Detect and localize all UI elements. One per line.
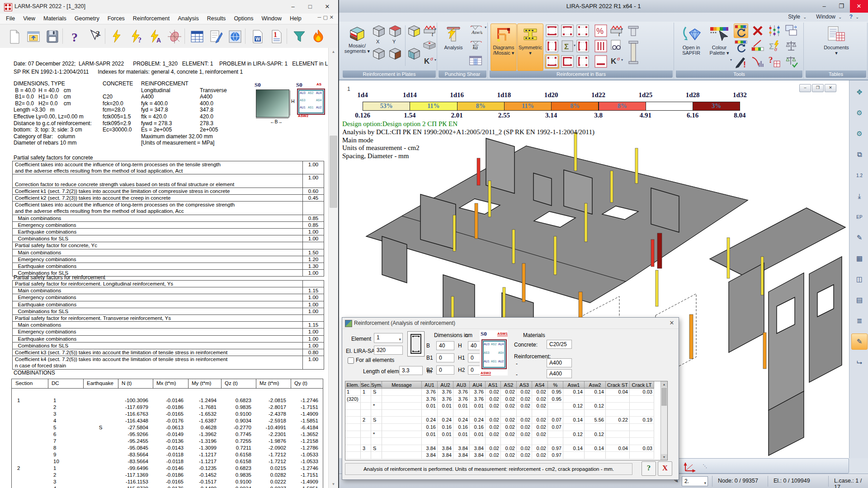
dialog-close-icon[interactable]: ✕ <box>667 319 677 328</box>
statusbar-combo[interactable]: 2.▾ <box>682 476 708 486</box>
edit-pencil-active-icon[interactable]: ✎ <box>851 333 868 350</box>
results-header-au1[interactable]: AU1 <box>422 381 438 389</box>
direction-x-top-icon[interactable] <box>372 23 386 38</box>
direction-y-top-icon[interactable] <box>388 23 402 38</box>
curves-icon[interactable] <box>750 54 765 69</box>
analysis-bolt-icon[interactable] <box>108 28 127 46</box>
diagrams-mosaic-button[interactable]: Diagrams/Mosaic ▾ <box>491 23 517 71</box>
minimize-button[interactable]: – <box>284 0 302 13</box>
results-header-crackst[interactable]: Crack ST <box>606 381 630 389</box>
reinf-field-2[interactable]: A400 <box>547 369 572 378</box>
window-dropdown-icon[interactable]: ⌄ <box>838 15 842 19</box>
legend-segment[interactable]: 11% <box>410 102 457 111</box>
legend-segment[interactable]: 53% <box>363 102 410 111</box>
check-results-icon[interactable] <box>784 54 798 69</box>
column-head-icon[interactable] <box>626 23 641 37</box>
toolbar-overflow-icon[interactable]: ⋱ <box>701 460 708 472</box>
view-restore-icon[interactable]: ❐ <box>812 84 824 92</box>
style-dropdown-icon[interactable]: ⌄ <box>803 15 807 19</box>
bars-spacing-icon[interactable] <box>594 39 608 53</box>
results-header-as1[interactable]: AS1 <box>486 381 501 389</box>
results-scrollbar[interactable]: ▲▼ <box>660 381 667 460</box>
filter-funnel-icon[interactable] <box>290 28 308 46</box>
annotate-icon[interactable]: ! <box>734 54 748 69</box>
results-header-au3[interactable]: AU3 <box>453 381 470 389</box>
punching-table-icon[interactable] <box>468 53 483 68</box>
open-folder-icon[interactable] <box>24 28 42 46</box>
scroll-down-icon[interactable]: ▼ <box>661 454 667 460</box>
document-scrollbar[interactable] <box>328 48 338 488</box>
symmetric-button[interactable]: Symmetric▾ <box>517 23 543 71</box>
dialog-exit-button[interactable]: X <box>658 461 672 476</box>
pencil-diagonal-icon[interactable]: ✎ <box>851 230 868 246</box>
slab-brick-icon[interactable] <box>422 38 437 52</box>
bar-section-tbl-icon[interactable] <box>560 54 575 69</box>
concrete-field[interactable]: C20/25 <box>547 340 572 349</box>
gear-settings-icon[interactable]: ⚙ <box>851 105 868 121</box>
mosaic-segments-button[interactable]: Mosaic/segments ▾ <box>344 23 371 71</box>
legend-segment[interactable]: 8% <box>551 102 599 111</box>
notes-pencil-icon[interactable] <box>207 28 225 46</box>
pan-tool-icon[interactable]: ✥ <box>851 84 868 100</box>
delete-results-icon[interactable] <box>750 23 765 38</box>
report-document[interactable]: Date: 07 December 2022; LARM-SAPR 2022 P… <box>0 48 328 488</box>
percent-reinforcement-icon[interactable]: % <box>594 23 608 38</box>
dialog-titlebar[interactable]: Reinforcement (Analysis of reinforcement… <box>342 318 679 329</box>
switch-windows-icon[interactable] <box>784 23 798 38</box>
length-field[interactable]: 3.3 <box>399 366 423 375</box>
export-word-icon[interactable]: W <box>249 28 267 46</box>
view-results-icon[interactable] <box>609 38 623 52</box>
restore-button[interactable]: ❐ <box>833 0 850 13</box>
dialog-help-button[interactable]: ? <box>642 461 656 476</box>
scrollbar-thumb[interactable] <box>661 388 667 406</box>
results-header-message[interactable]: Message <box>382 381 422 389</box>
menu-geometry[interactable]: Geometry <box>71 14 104 24</box>
refresh-palette-2-icon[interactable] <box>734 39 748 53</box>
menu-help[interactable]: Help <box>286 14 306 24</box>
web-report-globe-icon[interactable] <box>226 28 244 46</box>
axes-icon[interactable]: ⮡ <box>851 354 868 371</box>
direction-y-bottom-icon[interactable] <box>388 46 402 61</box>
scroll-up-icon[interactable]: ▲ <box>661 381 667 387</box>
maximize-button[interactable]: □ <box>301 0 319 13</box>
column-pillar-icon[interactable] <box>626 38 641 67</box>
minimize-button[interactable]: – <box>816 0 833 13</box>
dim-field-B1[interactable]: 0 <box>436 353 454 362</box>
legend-segment[interactable]: 8% <box>599 102 646 111</box>
ep-tool-icon[interactable]: EP <box>851 209 868 225</box>
menu-materials[interactable]: Materials <box>39 14 71 24</box>
results-header-asw1[interactable]: Asw1 <box>563 381 585 389</box>
dim-field-B[interactable]: 40 <box>436 341 454 350</box>
style-menu[interactable]: Style <box>788 14 800 20</box>
report-one-icon[interactable]: 1 <box>268 28 286 46</box>
close-button[interactable]: ✕ <box>318 0 336 13</box>
results-header-au2[interactable]: AU2 <box>438 381 453 389</box>
direction-x-bottom-icon[interactable] <box>372 46 386 61</box>
ka-coefficient-icon[interactable]: ka <box>468 38 483 52</box>
documents-button[interactable]: Documents▾ <box>822 23 851 71</box>
books-icon[interactable]: ≣ <box>851 313 868 329</box>
chart-icon[interactable]: ◫ <box>851 271 868 287</box>
results-header-elem[interactable]: Elem. <box>345 381 361 389</box>
for-all-elements-checkbox[interactable] <box>348 357 354 364</box>
legend-segment[interactable] <box>646 102 693 111</box>
menu-window[interactable]: Window <box>257 14 285 24</box>
save-floppy-icon[interactable] <box>43 28 61 46</box>
menu-options[interactable]: Options <box>230 14 257 24</box>
view-close-icon[interactable]: ✕ <box>825 84 836 92</box>
palette-small-icon[interactable]: ▤ <box>851 292 868 308</box>
query-cells-icon[interactable]: ? <box>767 54 782 69</box>
mdi-window-controls[interactable]: ─▢✕ <box>318 14 335 20</box>
bar-section-lr-icon[interactable] <box>545 39 559 53</box>
bar-section-tc-icon[interactable] <box>560 23 575 38</box>
section-preview-button[interactable] <box>407 331 425 357</box>
colourpalette-button[interactable]: ColourPalette ▾ <box>706 23 733 71</box>
menu-view[interactable]: View <box>19 14 39 24</box>
reinforcement-results-table[interactable]: Elem.Sec.Sym.MessageAU1AU2AU3AU4AS1AS2AS… <box>345 381 668 460</box>
results-header-sym[interactable]: Sym. <box>371 381 382 389</box>
menu-forces[interactable]: Forces <box>104 14 129 24</box>
menu-file[interactable]: File <box>2 14 19 24</box>
sum-forces-icon[interactable]: Σσ <box>767 39 782 53</box>
red-grid-icon[interactable]: ▦ <box>851 250 868 267</box>
calculator-icon[interactable] <box>767 23 782 38</box>
